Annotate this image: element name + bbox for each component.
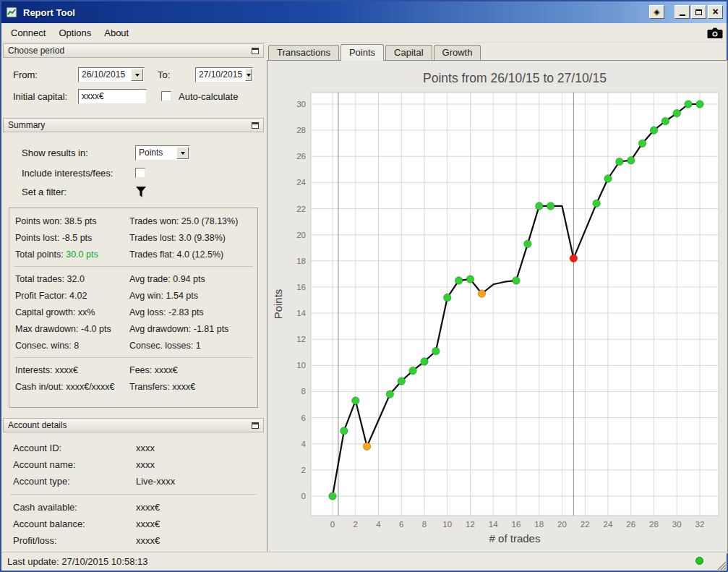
menu-item-connect[interactable]: Connect — [4, 25, 52, 41]
stats-row: Consec. wins: 8Consec. losses: 1 — [9, 337, 257, 354]
stat-label: Capital growth: — [15, 307, 78, 317]
menu-item-options[interactable]: Options — [52, 25, 98, 41]
stat-value: 4.02 — [69, 291, 87, 301]
account-row: Account ID:xxxx — [3, 440, 264, 456]
screenshot-button[interactable] — [706, 27, 724, 41]
svg-text:4: 4 — [376, 520, 381, 529]
account-value: xxxx — [136, 459, 155, 470]
to-date-combobox[interactable]: 27/10/2015 — [195, 67, 253, 82]
stat-label: Max drawdown: — [15, 324, 81, 334]
dock-float-icon[interactable] — [252, 422, 259, 429]
initial-capital-input[interactable] — [78, 89, 147, 104]
chevron-down-icon[interactable] — [131, 69, 143, 81]
dock-summary-titlebar: Summary — [3, 118, 264, 132]
auto-calculate-checkbox[interactable] — [161, 91, 171, 101]
show-results-combobox[interactable]: Points — [135, 145, 190, 161]
svg-text:12: 12 — [296, 335, 306, 343]
account-row: Cash available:xxxx€ — [3, 499, 264, 516]
svg-text:28: 28 — [649, 520, 659, 529]
stat-right: Trades lost: 3.0 (9.38%) — [127, 233, 257, 243]
dock-float-icon[interactable] — [252, 48, 259, 54]
stat-value: 3.0 (9.38%) — [179, 233, 226, 243]
stats-row: Interests: xxxx€Fees: xxxx€ — [9, 362, 257, 378]
svg-text:18: 18 — [534, 520, 544, 529]
account-row: Account balance:xxxx€ — [3, 516, 264, 532]
svg-text:22: 22 — [296, 205, 306, 213]
chevron-down-icon[interactable] — [245, 69, 252, 81]
stat-label: Trades won: — [129, 216, 181, 226]
stat-label: Profit Factor: — [15, 291, 69, 301]
tab-transactions[interactable]: Transactions — [268, 45, 339, 60]
stat-right: Avg loss: -2.83 pts — [127, 307, 257, 317]
stat-right: Fees: xxxx€ — [127, 365, 257, 375]
account-label: Profit/loss: — [3, 535, 136, 546]
from-date-combobox[interactable]: 26/10/2015 — [78, 67, 145, 82]
account-label: Account ID: — [3, 443, 136, 453]
to-date-value: 27/10/2015 — [196, 69, 245, 80]
stat-label: Total trades: — [15, 274, 67, 284]
account-divider — [10, 494, 257, 495]
stat-value: 1 — [196, 341, 201, 351]
account-row: Account type:Live-xxxx — [3, 473, 264, 490]
svg-text:24: 24 — [604, 520, 613, 529]
svg-text:8: 8 — [301, 387, 306, 396]
menu-item-about[interactable]: About — [98, 25, 135, 41]
svg-text:2: 2 — [301, 466, 306, 474]
account-value: xxxx — [136, 443, 155, 453]
account-label: Account type: — [3, 476, 136, 487]
stat-value: 1.54 pts — [166, 291, 198, 301]
stat-label: Fees: — [129, 365, 155, 375]
dock-summary: Summary Show results in: Points Include … — [3, 118, 264, 416]
svg-text:8: 8 — [422, 520, 427, 529]
stat-left: Consec. wins: 8 — [9, 341, 127, 351]
svg-text:14: 14 — [296, 309, 306, 317]
minimize-button[interactable] — [675, 5, 690, 19]
tab-growth[interactable]: Growth — [434, 45, 481, 60]
points-chart[interactable]: 0246810121416182022242628303202468101214… — [267, 61, 727, 553]
account-rows: Account ID:xxxxAccount name:xxxxAccount … — [3, 440, 264, 549]
stat-value: 32.0 — [67, 274, 85, 284]
stat-right: Consec. losses: 1 — [127, 341, 257, 351]
detach-button[interactable]: ◈ — [649, 5, 664, 19]
account-value: xxxx€ — [136, 535, 160, 546]
stat-left: Interests: xxxx€ — [9, 365, 127, 375]
stat-right: Trades won: 25.0 (78.13%) — [127, 216, 257, 226]
stat-value: -2.83 pts — [168, 307, 204, 317]
include-interests-checkbox[interactable] — [135, 168, 145, 178]
stat-value: xx% — [78, 307, 95, 317]
dock-account-titlebar: Account details — [3, 418, 264, 432]
stats-divider — [14, 357, 253, 358]
tab-points[interactable]: Points — [341, 44, 384, 61]
maximize-button[interactable] — [691, 5, 706, 19]
auto-calculate-label: Auto-calculate — [179, 91, 238, 102]
chevron-down-icon[interactable] — [176, 147, 189, 159]
close-button[interactable]: × — [708, 5, 723, 19]
svg-text:Points: Points — [272, 289, 284, 320]
tab-capital[interactable]: Capital — [385, 45, 432, 60]
svg-text:Points from 26/10/15 to 27/10/: Points from 26/10/15 to 27/10/15 — [423, 71, 607, 85]
minimize-icon — [680, 10, 685, 16]
menubar: ConnectOptionsAbout — [1, 23, 727, 43]
account-label: Account balance: — [3, 518, 136, 529]
stat-left: Total trades: 32.0 — [9, 274, 127, 284]
stat-label: Avg trade: — [129, 274, 173, 284]
dock-float-icon[interactable] — [252, 122, 259, 129]
svg-text:10: 10 — [296, 361, 306, 370]
account-row: Profit/loss:xxxx€ — [3, 532, 264, 549]
filter-icon[interactable] — [135, 186, 147, 198]
close-icon: × — [712, 7, 718, 17]
stat-label: Points won: — [15, 216, 64, 226]
stat-value: 4.0 (12.5%) — [177, 249, 224, 260]
account-label: Account name: — [3, 459, 136, 470]
svg-text:6: 6 — [301, 414, 306, 422]
resize-grip[interactable] — [716, 560, 726, 570]
stat-value: -4.0 pts — [81, 324, 111, 334]
stat-right: Trades flat: 4.0 (12.5%) — [127, 249, 257, 260]
from-date-value: 26/10/2015 — [79, 69, 131, 80]
app-icon — [6, 7, 17, 18]
svg-text:16: 16 — [512, 520, 521, 529]
titlebar-buttons: ◈ × — [649, 5, 723, 19]
stat-value: -1.81 pts — [194, 324, 229, 334]
svg-text:26: 26 — [626, 520, 635, 529]
window-title: Report Tool — [23, 7, 75, 18]
